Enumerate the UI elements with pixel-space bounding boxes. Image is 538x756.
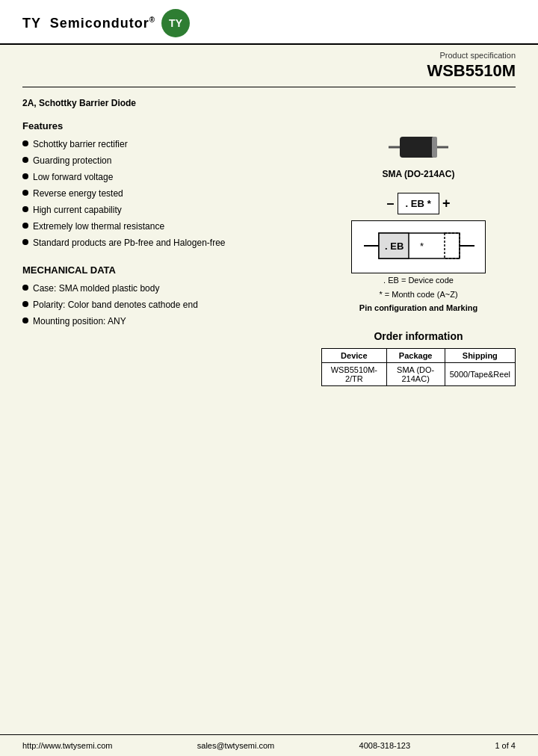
order-title: Order information: [321, 330, 516, 342]
col-shipping: Shipping: [445, 349, 515, 363]
pin-config: Pin configuration and Marking: [359, 301, 477, 315]
spacer: [22, 386, 516, 648]
col-package: Package: [386, 349, 445, 363]
minus-sign: –: [387, 196, 395, 211]
right-column: SMA (DO-214AC) – . EB * +: [321, 120, 516, 386]
bullet-icon: [22, 223, 28, 229]
table-row: WSB5510M-2/TR SMA (DO-214AC) 5000/Tape&R…: [322, 363, 516, 386]
footer-phone: 4008-318-123: [359, 741, 411, 750]
list-item: Polarity: Color band denotes cathode end: [22, 298, 306, 312]
ty-badge: TY: [161, 9, 190, 37]
bullet-icon: [22, 140, 28, 146]
bullet-icon: [22, 190, 28, 196]
list-item: Guarding protection: [22, 154, 306, 167]
device-value: WSB5510M-2/TR: [322, 363, 387, 386]
list-item: Schottky barrier rectifier: [22, 137, 306, 151]
marking-box-row: – . EB * +: [387, 193, 451, 214]
header: TY Semicondutor® TY: [0, 0, 538, 45]
svg-rect-0: [400, 137, 437, 158]
mech-text: Polarity: Color band denotes cathode end: [33, 298, 198, 312]
list-item: Mounting position: ANY: [22, 315, 306, 328]
package-value: SMA (DO-214AC): [386, 363, 445, 386]
star-text: *: [427, 198, 431, 209]
diode-svg: [389, 128, 448, 169]
order-table: Device Package Shipping WSB5510M-2/TR SM…: [321, 348, 516, 386]
feature-text: Extremely low thermal resistance: [33, 220, 164, 233]
logo-text: TY Semicondutor®: [22, 16, 155, 31]
svg-rect-9: [445, 233, 460, 258]
marking-legend: . EB = Device code * = Month code (A~Z) …: [359, 273, 477, 315]
left-column: Features Schottky barrier rectifier Guar…: [22, 120, 306, 386]
eb-text: . EB: [406, 198, 424, 209]
feature-text: Reverse energy tested: [33, 187, 123, 200]
mech-text: Case: SMA molded plastic body: [33, 282, 159, 295]
marking-box-main: . EB *: [398, 193, 439, 214]
feature-text: Schottky barrier rectifier: [33, 137, 128, 151]
bullet-icon: [22, 206, 28, 212]
list-item: Extremely low thermal resistance: [22, 220, 306, 233]
page: TY Semicondutor® TY Product specificatio…: [0, 0, 538, 756]
subtitle: 2A, Schottky Barrier Diode: [22, 95, 516, 120]
list-item: Case: SMA molded plastic body: [22, 282, 306, 295]
logo-area: TY Semicondutor® TY: [22, 9, 190, 37]
shipping-value: 5000/Tape&Reel: [445, 363, 515, 386]
main-two-col: Features Schottky barrier rectifier Guar…: [22, 120, 516, 386]
registered-mark: ®: [149, 16, 155, 24]
diode-image: SMA (DO-214AC): [383, 128, 455, 179]
col-device: Device: [322, 349, 387, 363]
bullet-icon: [22, 301, 28, 307]
mechanical-section: MECHANICAL DATA Case: SMA molded plastic…: [22, 264, 306, 328]
mechanical-title: MECHANICAL DATA: [22, 264, 306, 276]
order-section: Order information Device Package Shippin…: [321, 330, 516, 386]
svg-rect-3: [432, 137, 437, 158]
svg-text:. EB: . EB: [385, 241, 404, 252]
list-item: High current capability: [22, 203, 306, 217]
feature-text: Low forward voltage: [33, 170, 113, 184]
bullet-icon: [22, 239, 28, 245]
list-item: Standard products are Pb-free and Haloge…: [22, 236, 306, 250]
marking-diagram: – . EB * + . EB *: [321, 193, 516, 315]
bullet-icon: [22, 317, 28, 323]
feature-text: Guarding protection: [33, 154, 111, 167]
footer: http://www.twtysemi.com sales@twtysemi.c…: [0, 734, 538, 756]
star-desc: * = Month code (A~Z): [359, 288, 477, 302]
ty-badge-text: TY: [169, 17, 182, 29]
list-item: Low forward voltage: [22, 170, 306, 184]
product-spec-label: Product specification: [0, 45, 538, 60]
part-number: WSB5510M: [0, 60, 538, 87]
footer-page: 1 of 4: [495, 741, 516, 750]
mechanical-list: Case: SMA molded plastic body Polarity: …: [22, 282, 306, 328]
feature-text: Standard products are Pb-free and Haloge…: [33, 236, 226, 250]
feature-text: High current capability: [33, 203, 122, 217]
plus-sign: +: [442, 196, 451, 211]
features-list: Schottky barrier rectifier Guarding prot…: [22, 137, 306, 250]
bullet-icon: [22, 157, 28, 163]
svg-text:*: *: [420, 241, 424, 252]
footer-email: sales@twtysemi.com: [197, 741, 274, 750]
mech-text: Mounting position: ANY: [33, 315, 126, 328]
eb-desc: . EB = Device code: [359, 273, 477, 288]
content-area: 2A, Schottky Barrier Diode Features Scho…: [0, 87, 538, 655]
diode-caption: SMA (DO-214AC): [383, 169, 455, 179]
bullet-icon: [22, 173, 28, 179]
list-item: Reverse energy tested: [22, 187, 306, 200]
bullet-icon: [22, 285, 28, 291]
marking-outer-box: . EB *: [351, 220, 486, 273]
marking-box-container: . EB *: [398, 193, 439, 214]
features-title: Features: [22, 120, 306, 131]
table-header-row: Device Package Shipping: [322, 349, 516, 363]
footer-website: http://www.twtysemi.com: [22, 741, 112, 750]
